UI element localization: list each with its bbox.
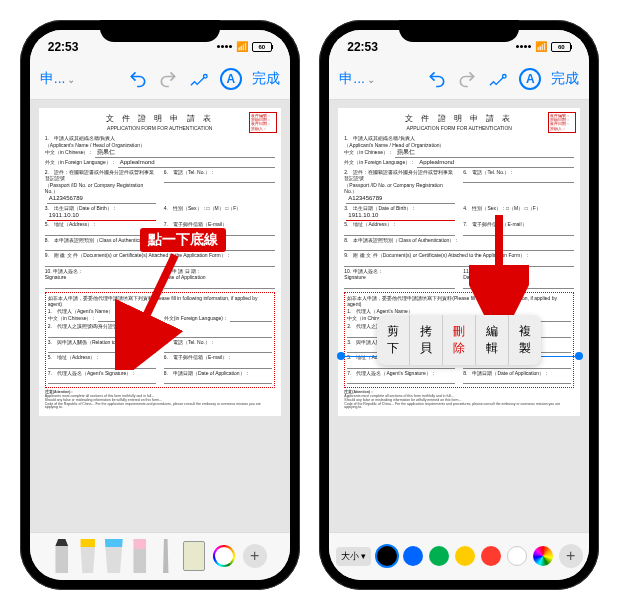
field-label: 7. 電子郵件信箱（E-mail） bbox=[164, 221, 227, 227]
selection-handle-right[interactable] bbox=[575, 352, 583, 360]
color-swatch-white[interactable] bbox=[507, 546, 527, 566]
menu-copy[interactable]: 拷貝 bbox=[410, 315, 443, 365]
highlighter-tool[interactable] bbox=[105, 539, 123, 573]
document-area[interactable]: 收件編號： 簽辦日期： 收件日期： 簽辦人： 文 件 證 明 申 請 表 APP… bbox=[30, 100, 290, 532]
ruler-tool[interactable] bbox=[183, 541, 205, 571]
color-swatch-yellow[interactable] bbox=[455, 546, 475, 566]
context-menu: 剪下 拷貝 刪除 編輯 複製 bbox=[377, 315, 541, 365]
lasso-tool[interactable] bbox=[157, 539, 175, 573]
menu-edit[interactable]: 編輯 bbox=[476, 315, 509, 365]
color-swatch-blue[interactable] bbox=[403, 546, 423, 566]
color-picker-button[interactable] bbox=[533, 546, 553, 566]
document-page: 收件編號： 簽辦日期： 收件日期： 簽辦人： 文 件 證 明 申 請 表 APP… bbox=[39, 108, 281, 417]
field-sublabel: （Passport /ID No. or Company Registratio… bbox=[45, 182, 156, 195]
field-chinese-name: 蘋果仁 bbox=[95, 149, 274, 158]
footnote: 注意(Attention)： Applicants must complete … bbox=[344, 391, 574, 410]
field-label: 6. 電話（Tel. No.）： bbox=[463, 169, 574, 176]
doc-subtitle: APPLICATION FORM FOR AUTHENTICATION bbox=[45, 125, 275, 132]
battery-icon: 60 bbox=[252, 42, 272, 52]
status-time: 22:53 bbox=[347, 40, 378, 54]
markup-pen-icon[interactable] bbox=[188, 70, 210, 88]
field-label: 5. 地址（Address）： bbox=[344, 221, 397, 227]
signal-icon bbox=[516, 45, 531, 48]
battery-icon: 60 bbox=[551, 42, 571, 52]
field-label: 5. 地址（Address）： bbox=[45, 221, 98, 227]
field-label: 2. 證件：在國籍證書或外國身分證件或營利事業登記證號 bbox=[45, 169, 156, 182]
color-swatch-black[interactable] bbox=[377, 546, 397, 566]
status-right: 📶 60 bbox=[217, 41, 272, 52]
notch bbox=[100, 20, 220, 42]
field-label: 9. 附 繳 文 件（Document(s) or Certificate(s)… bbox=[344, 252, 574, 259]
svg-point-3 bbox=[503, 75, 507, 79]
color-picker-button[interactable] bbox=[213, 545, 235, 567]
eraser-tool[interactable] bbox=[131, 539, 149, 573]
color-swatch-green[interactable] bbox=[429, 546, 449, 566]
shape-color-toolbar: 大小▾ + bbox=[329, 532, 589, 580]
undo-button[interactable] bbox=[128, 69, 148, 89]
svg-point-0 bbox=[203, 75, 207, 79]
size-button[interactable]: 大小▾ bbox=[336, 547, 371, 566]
annotation-mode-icon[interactable]: A bbox=[519, 68, 541, 90]
done-button[interactable]: 完成 bbox=[252, 70, 280, 88]
stamp-box: 收件編號： 簽辦日期： 收件日期： 簽辦人： bbox=[548, 112, 576, 134]
agent-section: 如非本人申請，委委他代理申請請填寫下列資料(Please fill in fol… bbox=[45, 292, 275, 389]
selection-handle-left[interactable] bbox=[337, 352, 345, 360]
screen: 22:53 📶 60 申...⌄ A bbox=[30, 30, 290, 580]
phone-right: 22:53 📶 60 申...⌄ A bbox=[319, 20, 599, 590]
field-label: 7. 電子郵件信箱（E-mail） bbox=[463, 221, 526, 227]
field-sublabel: （Applicant's Name / Head of Organization… bbox=[344, 142, 574, 149]
top-toolbar: 申...⌄ A 完成 bbox=[30, 60, 290, 100]
field-label: 9. 附 繳 文 件（Document(s) or Certificate(s)… bbox=[45, 252, 275, 259]
undo-button[interactable] bbox=[427, 69, 447, 89]
color-swatch-red[interactable] bbox=[481, 546, 501, 566]
phone-left: 22:53 📶 60 申...⌄ A bbox=[20, 20, 300, 590]
status-right: 📶 60 bbox=[516, 41, 571, 52]
wifi-icon: 📶 bbox=[236, 41, 248, 52]
add-shape-button[interactable]: + bbox=[559, 544, 583, 568]
document-area[interactable]: 收件編號： 簽辦日期： 收件日期： 簽辦人： 文 件 證 明 申 請 表 APP… bbox=[329, 100, 589, 532]
doc-title: 文 件 證 明 申 請 表 bbox=[45, 114, 275, 124]
wifi-icon: 📶 bbox=[535, 41, 547, 52]
field-label: 8. 本申請表證照類別（Class of Authentication）： bbox=[45, 237, 275, 244]
footnote: 注意(Attention)： Applicants must complete … bbox=[45, 391, 275, 410]
field-id-no: A123456789 bbox=[47, 195, 156, 204]
doc-subtitle: APPLICATION FORM FOR AUTHENTICATION bbox=[344, 125, 574, 132]
back-button[interactable]: 申...⌄ bbox=[339, 70, 375, 88]
markup-toolbar: + bbox=[30, 532, 290, 580]
menu-duplicate[interactable]: 複製 bbox=[509, 315, 541, 365]
field-label: 6. 電話（Tel. No.）： bbox=[164, 169, 275, 176]
add-shape-button[interactable]: + bbox=[243, 544, 267, 568]
doc-title: 文 件 證 明 申 請 表 bbox=[344, 114, 574, 124]
markup-pen-icon[interactable] bbox=[487, 70, 509, 88]
notch bbox=[399, 20, 519, 42]
redo-button[interactable] bbox=[457, 69, 477, 89]
field-sublabel: （Passport /ID No. or Company Registratio… bbox=[344, 182, 455, 195]
stamp-box: 收件編號： 簽辦日期： 收件日期： 簽辦人： bbox=[249, 112, 277, 134]
menu-delete[interactable]: 刪除 bbox=[443, 315, 476, 365]
back-button[interactable]: 申...⌄ bbox=[40, 70, 76, 88]
pen-tool[interactable] bbox=[53, 539, 71, 573]
field-label: 8. 本申請表證照類別（Class of Authentication）： bbox=[344, 237, 574, 244]
redo-button[interactable] bbox=[158, 69, 178, 89]
screen: 22:53 📶 60 申...⌄ A bbox=[329, 30, 589, 580]
marker-tool[interactable] bbox=[79, 539, 97, 573]
done-button[interactable]: 完成 bbox=[551, 70, 579, 88]
field-dob[interactable]: 1911.10.10 bbox=[47, 212, 156, 221]
top-toolbar: 申...⌄ A 完成 bbox=[329, 60, 589, 100]
status-time: 22:53 bbox=[48, 40, 79, 54]
signal-icon bbox=[217, 45, 232, 48]
field-sublabel: （Applicant's Name / Head of Organization… bbox=[45, 142, 275, 149]
field-label: 2. 證件：在國籍證書或外國身分證件或營利事業登記證號 bbox=[344, 169, 455, 182]
document-page: 收件編號： 簽辦日期： 收件日期： 簽辦人： 文 件 證 明 申 請 表 APP… bbox=[338, 108, 580, 417]
annotation-mode-icon[interactable]: A bbox=[220, 68, 242, 90]
field-foreign-name: Applealmond bbox=[118, 159, 275, 168]
menu-cut[interactable]: 剪下 bbox=[377, 315, 410, 365]
